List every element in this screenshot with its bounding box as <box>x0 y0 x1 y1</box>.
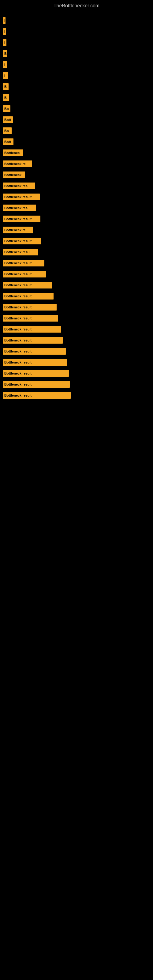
bar-row: Bottleneck re <box>3 159 150 168</box>
bar-label-2: I <box>4 41 5 45</box>
bar-15: Bottleneck res <box>3 183 35 189</box>
bar-row: Bottleneck resu <box>3 248 150 256</box>
bar-label-11: Bott <box>4 140 11 144</box>
bar-label-1: I <box>4 30 5 33</box>
bar-label-22: Bottleneck result <box>4 261 32 265</box>
bar-label-8: Bo <box>4 107 9 111</box>
bar-label-6: B <box>4 85 7 89</box>
bar-row: Bottleneck result <box>3 369 150 378</box>
bar-14: Bottleneck <box>3 172 25 178</box>
bar-28: Bottleneck result <box>3 326 61 332</box>
bar-row: I <box>3 27 150 36</box>
bar-row: | <box>3 16 150 25</box>
bar-label-27: Bottleneck result <box>4 317 32 320</box>
bar-label-23: Bottleneck result <box>4 272 32 276</box>
bar-22: Bottleneck result <box>3 260 45 266</box>
bar-label-10: Bo <box>4 129 9 133</box>
bar-row: Bottleneck result <box>3 380 150 389</box>
bar-row: Bottleneck result <box>3 303 150 312</box>
bar-23: Bottleneck result <box>3 271 46 277</box>
bar-label-0: | <box>4 19 5 22</box>
bar-26: Bottleneck result <box>3 304 57 310</box>
bar-34: Bottleneck result <box>3 392 71 399</box>
bar-row: Bottleneck res <box>3 204 150 212</box>
bar-33: Bottleneck result <box>3 381 70 388</box>
bar-label-34: Bottleneck result <box>4 393 32 397</box>
bar-label-7: B <box>4 96 7 100</box>
bar-row: Bo <box>3 105 150 113</box>
bar-label-21: Bottleneck resu <box>4 250 30 254</box>
bar-label-12: Bottlenec <box>4 151 19 155</box>
bar-20: Bottleneck result <box>3 238 41 244</box>
bar-row: Bottleneck result <box>3 358 150 367</box>
bar-label-29: Bottleneck result <box>4 339 32 342</box>
bar-label-13: Bottleneck re <box>4 162 26 166</box>
bar-label-25: Bottleneck result <box>4 294 32 298</box>
bar-row: Bott <box>3 137 150 146</box>
bar-row: Bottleneck result <box>3 347 150 356</box>
bar-row: Bottleneck result <box>3 325 150 334</box>
bar-31: Bottleneck result <box>3 359 67 366</box>
bar-label-4: I <box>4 63 5 67</box>
bar-10: Bo <box>3 127 12 134</box>
bar-8: Bo <box>3 105 10 112</box>
bar-label-19: Bottleneck re <box>4 228 26 232</box>
bar-row: Bottleneck result <box>3 215 150 223</box>
bar-row: Bottleneck re <box>3 226 150 234</box>
bar-11: Bott <box>3 138 13 145</box>
bar-row: Bottleneck result <box>3 314 150 323</box>
bar-label-9: Bott <box>4 118 11 122</box>
bar-24: Bottleneck result <box>3 282 52 288</box>
bar-0: | <box>3 17 5 24</box>
bar-label-18: Bottleneck result <box>4 217 32 221</box>
bar-label-5: I <box>4 74 5 78</box>
bar-label-20: Bottleneck result <box>4 239 32 243</box>
bar-row: Bottleneck result <box>3 259 150 267</box>
bar-6: B <box>3 83 9 90</box>
site-title: TheBottlenecker.com <box>0 0 153 10</box>
bar-3: B <box>3 50 7 57</box>
bar-1: I <box>3 28 6 35</box>
bar-row: Bottleneck result <box>3 292 150 301</box>
bar-12: Bottlenec <box>3 150 23 156</box>
bar-row: B <box>3 49 150 58</box>
bars-container: |IIBIIBBBoBottBoBottBottlenecBottleneck … <box>0 10 153 405</box>
bar-row: Bottlenec <box>3 148 150 157</box>
bar-row: Bottleneck res <box>3 181 150 190</box>
bar-label-16: Bottleneck result <box>4 195 32 199</box>
bar-label-14: Bottleneck <box>4 173 21 177</box>
bar-label-32: Bottleneck result <box>4 371 32 375</box>
bar-row: Bottleneck result <box>3 336 150 345</box>
bar-2: I <box>3 39 6 46</box>
bar-label-15: Bottleneck res <box>4 184 27 188</box>
bar-row: Bo <box>3 126 150 135</box>
bar-25: Bottleneck result <box>3 293 54 299</box>
bar-19: Bottleneck re <box>3 227 33 233</box>
bar-row: B <box>3 83 150 91</box>
bar-29: Bottleneck result <box>3 337 63 344</box>
bar-row: Bottleneck result <box>3 281 150 290</box>
bar-row: B <box>3 94 150 102</box>
bar-label-3: B <box>4 52 7 56</box>
bar-label-28: Bottleneck result <box>4 328 32 331</box>
bar-30: Bottleneck result <box>3 348 66 355</box>
bar-13: Bottleneck re <box>3 161 32 167</box>
bar-row: Bottleneck <box>3 170 150 179</box>
bar-row: Bottleneck result <box>3 391 150 400</box>
bar-row: I <box>3 60 150 69</box>
bar-4: I <box>3 61 7 68</box>
bar-5: I <box>3 72 8 79</box>
bar-16: Bottleneck result <box>3 194 40 200</box>
bar-17: Bottleneck res <box>3 205 36 211</box>
bar-row: I <box>3 38 150 47</box>
bar-row: I <box>3 72 150 80</box>
bar-label-31: Bottleneck result <box>4 360 32 364</box>
bar-row: Bott <box>3 115 150 124</box>
bar-row: Bottleneck result <box>3 192 150 201</box>
bar-label-30: Bottleneck result <box>4 350 32 353</box>
site-title-container: TheBottlenecker.com <box>0 0 153 10</box>
bar-label-17: Bottleneck res <box>4 206 27 210</box>
bar-row: Bottleneck result <box>3 237 150 245</box>
bar-row: Bottleneck result <box>3 270 150 278</box>
bar-label-26: Bottleneck result <box>4 305 32 309</box>
